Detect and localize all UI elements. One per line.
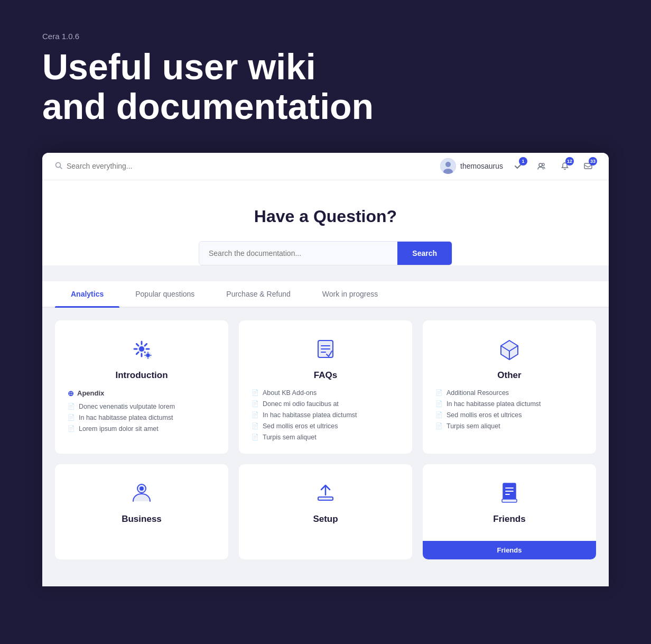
list-item[interactable]: Donec mi odio faucibus at bbox=[252, 400, 399, 408]
gear-icon bbox=[128, 335, 155, 363]
card-icon-area bbox=[435, 335, 583, 363]
svg-point-9 bbox=[139, 346, 144, 352]
tab-analytics[interactable]: Analytics bbox=[55, 281, 119, 307]
svg-line-1 bbox=[60, 167, 62, 169]
nav-search-bar[interactable] bbox=[55, 162, 434, 171]
list-item[interactable]: Additional Resources bbox=[435, 389, 583, 397]
list-item[interactable]: In hac habitasse platea dictumst bbox=[252, 411, 399, 419]
card-setup-title: Setup bbox=[252, 514, 399, 525]
hero-title: Useful user wiki and documentation bbox=[42, 47, 609, 126]
card-introduction: Introduction ⊕ Apendix Donec venenatis v… bbox=[55, 320, 228, 454]
username-label: themosaurus bbox=[460, 162, 503, 170]
inbox-icon-btn[interactable]: 33 bbox=[580, 158, 596, 174]
bell-badge: 12 bbox=[565, 157, 574, 165]
cube-icon bbox=[496, 335, 523, 363]
card-icon-area bbox=[252, 479, 399, 507]
top-nav: themosaurus 1 bbox=[42, 153, 609, 180]
doc-search-title: Have a Question? bbox=[55, 207, 596, 226]
doc-search-button[interactable]: Search bbox=[397, 242, 452, 265]
svg-rect-33 bbox=[318, 497, 333, 500]
card-faqs-links: About KB Add-ons Donec mi odio faucibus … bbox=[252, 389, 399, 441]
list-item[interactable]: Donec venenatis vulputate lorem bbox=[68, 403, 216, 410]
check-badge: 1 bbox=[519, 157, 527, 165]
card-icon-area bbox=[252, 335, 399, 363]
svg-point-32 bbox=[140, 486, 144, 491]
card-setup: Setup bbox=[239, 464, 412, 559]
card-business: Business bbox=[55, 464, 228, 559]
users-icon-btn[interactable] bbox=[534, 158, 550, 174]
doc-search-area: Have a Question? Search bbox=[42, 180, 609, 265]
card-other: Other Additional Resources In hac habita… bbox=[423, 320, 596, 454]
svg-rect-40 bbox=[502, 499, 517, 502]
list-item[interactable]: In hac habitasse platea dictumst bbox=[68, 414, 216, 421]
card-icon-area bbox=[435, 479, 583, 507]
card-friends: Friends Friends bbox=[423, 464, 596, 559]
card-other-links: Additional Resources In hac habitasse pl… bbox=[435, 389, 583, 430]
list-item[interactable]: In hac habitasse platea dictumst bbox=[435, 400, 583, 408]
bold-link-icon: ⊕ bbox=[68, 389, 74, 398]
list-item[interactable]: About KB Add-ons bbox=[252, 389, 399, 397]
nav-user[interactable]: themosaurus bbox=[440, 158, 503, 174]
card-other-title: Other bbox=[435, 370, 583, 381]
inbox-badge: 33 bbox=[589, 157, 597, 165]
bell-icon-btn[interactable]: 12 bbox=[557, 158, 573, 174]
hero-section: Cera 1.0.6 Useful user wiki and document… bbox=[0, 0, 651, 153]
cards-area: Introduction ⊕ Apendix Donec venenatis v… bbox=[42, 308, 609, 572]
list-item[interactable]: Turpis sem aliquet bbox=[435, 422, 583, 430]
svg-point-3 bbox=[445, 162, 451, 167]
card-introduction-links: Donec venenatis vulputate lorem In hac h… bbox=[68, 403, 216, 433]
book-icon bbox=[312, 335, 339, 363]
search-icon bbox=[55, 162, 62, 171]
tab-work-in-progress[interactable]: Work in progress bbox=[306, 281, 394, 307]
avatar bbox=[440, 158, 456, 174]
card-icon-area bbox=[68, 335, 216, 363]
svg-point-19 bbox=[146, 353, 150, 357]
hero-version: Cera 1.0.6 bbox=[42, 32, 609, 41]
list-item[interactable]: Sed mollis eros et ultrices bbox=[252, 422, 399, 430]
svg-point-5 bbox=[539, 163, 542, 167]
nav-search-input[interactable] bbox=[67, 162, 434, 170]
tab-purchase-refund[interactable]: Purchase & Refund bbox=[210, 281, 306, 307]
list-item[interactable]: Turpis sem aliquet bbox=[252, 434, 399, 441]
card-icon-area bbox=[68, 479, 216, 507]
book2-icon bbox=[496, 479, 523, 507]
card-bold-link[interactable]: ⊕ Apendix bbox=[68, 389, 216, 398]
svg-line-16 bbox=[145, 344, 147, 346]
check-icon-btn[interactable]: 1 bbox=[510, 158, 526, 174]
upload-icon bbox=[312, 479, 339, 507]
list-item[interactable]: Sed mollis eros et ultrices bbox=[435, 411, 583, 419]
card-introduction-title: Introduction bbox=[68, 370, 216, 381]
doc-search-form: Search bbox=[199, 241, 452, 265]
svg-line-14 bbox=[136, 344, 138, 346]
svg-line-17 bbox=[136, 352, 138, 354]
card-friends-title: Friends bbox=[435, 514, 583, 525]
friends-button[interactable]: Friends bbox=[423, 541, 596, 559]
list-item[interactable]: Lorem ipsum dolor sit amet bbox=[68, 425, 216, 433]
card-faqs: FAQs About KB Add-ons Donec mi odio fauc… bbox=[239, 320, 412, 454]
person-icon bbox=[128, 479, 155, 507]
tabs-bar: Analytics Popular questions Purchase & R… bbox=[42, 281, 609, 308]
nav-right: themosaurus 1 bbox=[440, 158, 596, 174]
card-business-title: Business bbox=[68, 514, 216, 525]
tab-popular-questions[interactable]: Popular questions bbox=[119, 281, 210, 307]
card-faqs-title: FAQs bbox=[252, 370, 399, 381]
app-shell: themosaurus 1 bbox=[42, 153, 609, 586]
doc-search-input[interactable] bbox=[199, 242, 397, 265]
